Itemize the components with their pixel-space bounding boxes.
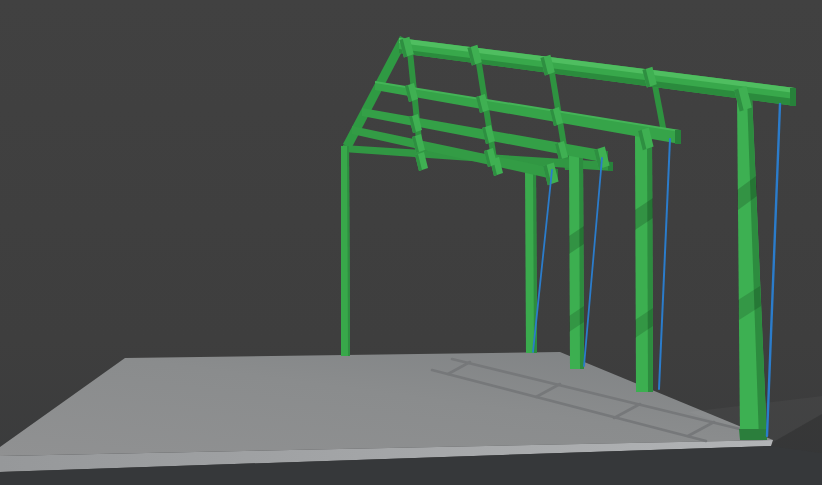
- column-3-edge: [647, 136, 653, 392]
- tie-cable: [584, 158, 602, 366]
- tie-cable: [767, 104, 780, 436]
- slab-top: [0, 352, 773, 456]
- structure-far-group: [341, 36, 681, 392]
- column-4-base: [739, 429, 767, 440]
- model-viewport[interactable]: [0, 0, 822, 485]
- tie-cable: [659, 139, 670, 389]
- rafter-4-end: [675, 130, 681, 144]
- rafter-5-end: [790, 88, 796, 106]
- rafter-5-top: [399, 38, 795, 93]
- scene-canvas: [0, 0, 822, 485]
